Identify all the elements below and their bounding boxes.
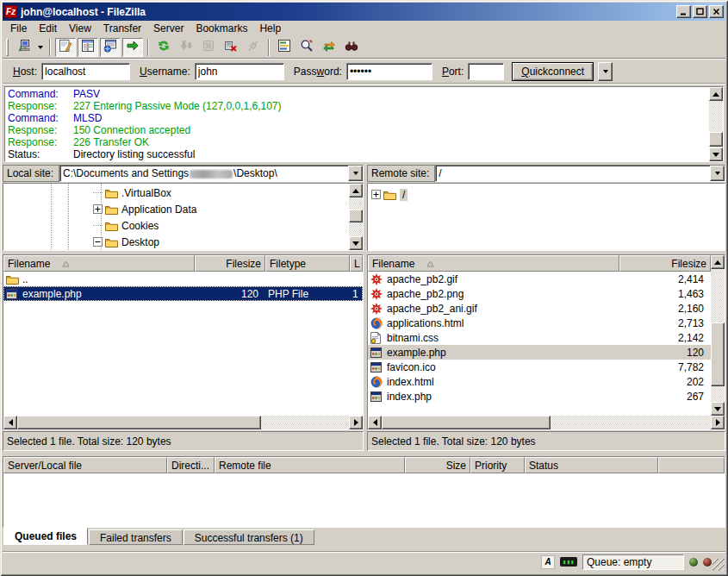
- remote-tree-toggle-button[interactable]: [100, 38, 121, 57]
- menu-item-help[interactable]: Help: [253, 21, 287, 36]
- file-row[interactable]: bitnami.css2,142: [368, 330, 711, 345]
- menu-item-server[interactable]: Server: [147, 21, 190, 36]
- site-manager-dropdown[interactable]: [34, 38, 46, 57]
- local-directory-tree[interactable]: .VirtualBoxApplication DataCookiesDeskto…: [3, 184, 349, 250]
- password-input[interactable]: [346, 63, 432, 80]
- toolbar-grip[interactable]: [6, 39, 9, 56]
- file-row[interactable]: example.php120PHP File1: [3, 286, 363, 301]
- column-header-filename[interactable]: Filename: [368, 255, 619, 272]
- file-row[interactable]: example.php120: [368, 345, 711, 360]
- filter-button[interactable]: [274, 38, 295, 57]
- maximize-button[interactable]: [693, 5, 707, 18]
- scroll-down-button[interactable]: [709, 147, 723, 161]
- scroll-up-button[interactable]: [711, 255, 725, 269]
- queue-column-blank[interactable]: [658, 457, 725, 473]
- quickconnect-dropdown[interactable]: [598, 62, 613, 81]
- remote-site-dropdown[interactable]: [710, 166, 725, 181]
- local-tree-scrollbar[interactable]: [349, 184, 363, 250]
- scroll-down-button[interactable]: [711, 402, 725, 416]
- remote-vscrollbar[interactable]: [711, 255, 725, 416]
- column-header-filesize[interactable]: Filesize: [195, 255, 265, 272]
- local-hscrollbar[interactable]: [3, 416, 363, 429]
- file-row[interactable]: index.html202: [368, 374, 711, 389]
- menu-item-transfer[interactable]: Transfer: [97, 21, 147, 36]
- speed-limit-icon[interactable]: ▮▮▮: [560, 557, 577, 567]
- scroll-thumb[interactable]: [382, 416, 551, 429]
- menu-item-bookmarks[interactable]: Bookmarks: [190, 21, 253, 36]
- menu-item-edit[interactable]: Edit: [33, 21, 63, 36]
- directory-comparison-button[interactable]: [296, 38, 317, 57]
- tree-item-root[interactable]: /: [371, 186, 408, 203]
- queue-column-size[interactable]: Size: [405, 457, 470, 473]
- process-queue-button[interactable]: [176, 38, 196, 57]
- queue-column-remote-file[interactable]: Remote file: [215, 457, 405, 473]
- host-input[interactable]: [41, 63, 130, 80]
- minimize-button[interactable]: [676, 5, 691, 18]
- scroll-right-button[interactable]: [711, 416, 725, 429]
- scroll-thumb[interactable]: [709, 132, 723, 147]
- refresh-button[interactable]: [153, 38, 174, 57]
- file-row[interactable]: ..: [3, 272, 363, 286]
- menu-item-file[interactable]: File: [4, 21, 33, 36]
- scroll-up-button[interactable]: [709, 87, 723, 101]
- remote-site-label: Remote site:: [367, 165, 435, 182]
- scroll-left-button[interactable]: [368, 416, 382, 429]
- message-log-toggle-button[interactable]: [55, 38, 76, 57]
- column-header-filename[interactable]: Filename: [3, 255, 195, 272]
- queue-body[interactable]: [3, 473, 725, 527]
- tree-item-application-data[interactable]: Application Data: [93, 201, 196, 217]
- remote-file-list[interactable]: apache_pb2.gif2,414apache_pb2.png1,463ap…: [368, 272, 711, 416]
- column-header-l[interactable]: L: [350, 255, 363, 272]
- scroll-thumb[interactable]: [711, 322, 725, 386]
- tree-expander[interactable]: [371, 190, 381, 199]
- synchronized-browsing-button[interactable]: [319, 38, 339, 57]
- reconnect-button[interactable]: [243, 38, 264, 57]
- queue-column-status[interactable]: Status: [525, 457, 658, 473]
- username-input[interactable]: [195, 63, 284, 80]
- scroll-left-button[interactable]: [3, 416, 17, 429]
- log-scrollbar[interactable]: [709, 87, 723, 161]
- local-file-list[interactable]: ..example.php120PHP File1: [3, 272, 363, 416]
- file-row[interactable]: apache_pb2_ani.gif2,160: [368, 301, 711, 316]
- tree-item-cookies[interactable]: Cookies: [93, 217, 159, 234]
- queue-toggle-button[interactable]: [122, 38, 143, 57]
- remote-directory-tree[interactable]: /: [368, 184, 725, 250]
- scroll-up-button[interactable]: [349, 184, 363, 197]
- port-input[interactable]: [468, 63, 504, 80]
- title-bar[interactable]: Fz john@localhost - FileZilla: [3, 3, 725, 21]
- tree-expander[interactable]: [93, 237, 103, 247]
- local-site-dropdown[interactable]: [348, 166, 363, 181]
- file-row[interactable]: apache_pb2.png1,463: [368, 286, 711, 301]
- tab-failed-transfers[interactable]: Failed transfers: [89, 529, 183, 545]
- file-row[interactable]: favicon.ico7,782: [368, 360, 711, 374]
- cancel-operation-button[interactable]: [198, 38, 219, 57]
- site-manager-button[interactable]: [13, 38, 34, 57]
- file-row[interactable]: index.php267: [368, 389, 711, 404]
- tree-item--virtualbox[interactable]: .VirtualBox: [93, 185, 171, 201]
- queue-column-priority[interactable]: Priority: [470, 457, 525, 473]
- file-row[interactable]: apache_pb2.gif2,414: [368, 272, 711, 286]
- queue-column-server-local-file[interactable]: Server/Local file: [3, 457, 167, 473]
- menu-item-view[interactable]: View: [63, 21, 97, 36]
- tab-queued-files[interactable]: Queued files: [3, 528, 88, 545]
- scroll-thumb[interactable]: [17, 416, 261, 429]
- disconnect-button[interactable]: [221, 38, 241, 57]
- resize-grip[interactable]: [712, 559, 725, 571]
- scroll-down-button[interactable]: [349, 236, 363, 250]
- local-tree-toggle-button[interactable]: [78, 38, 98, 57]
- tree-item-desktop[interactable]: Desktop: [93, 234, 159, 250]
- column-header-filesize[interactable]: Filesize: [619, 255, 711, 272]
- tab-successful-transfers-1-[interactable]: Successful transfers (1): [184, 529, 314, 545]
- close-button[interactable]: [709, 5, 724, 18]
- scroll-right-button[interactable]: [349, 416, 363, 429]
- find-files-button[interactable]: [341, 38, 362, 57]
- queue-column-directi-[interactable]: Directi...: [167, 457, 215, 473]
- local-site-combobox[interactable]: C:\Documents and Settings\Desktop\: [59, 165, 364, 182]
- quickconnect-button[interactable]: Quickconnect: [512, 62, 594, 81]
- file-row[interactable]: applications.html2,713: [368, 316, 711, 330]
- remote-hscrollbar[interactable]: [368, 416, 725, 429]
- remote-site-combobox[interactable]: /: [435, 165, 725, 182]
- tree-expander[interactable]: [93, 204, 103, 214]
- scroll-thumb[interactable]: [349, 210, 363, 222]
- column-header-filetype[interactable]: Filetype: [265, 255, 350, 272]
